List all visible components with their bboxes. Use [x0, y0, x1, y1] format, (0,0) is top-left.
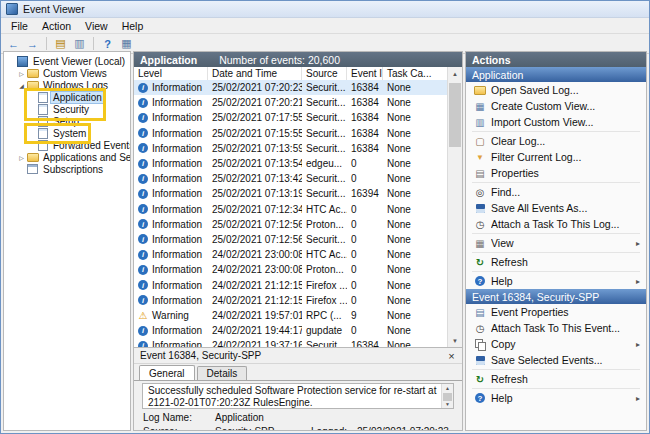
description-scrollbar[interactable]: ▲ ▼	[441, 384, 453, 408]
actions-section-header-event-16384-security-spp[interactable]: Event 16384, Security-SPP	[466, 289, 646, 304]
cell-task: None	[383, 112, 447, 123]
toolbar-show-console-tree-icon[interactable]: ▤	[52, 36, 69, 52]
column-header-task-ca[interactable]: Task Ca...	[383, 67, 447, 80]
action-import-custom-view[interactable]: Import Custom View...	[466, 114, 646, 130]
level-label: Information	[152, 128, 202, 139]
cell-datetime: 25/02/2021 07:13:54	[208, 158, 302, 169]
action-event-properties[interactable]: Event Properties	[466, 304, 646, 320]
action-save-selected-events[interactable]: Save Selected Events...	[466, 352, 646, 368]
action-properties[interactable]: Properties	[466, 165, 646, 181]
menu-item-file[interactable]: File	[4, 18, 35, 33]
tree-item-security[interactable]: Security	[4, 103, 130, 115]
action-attach-task-to-this-event[interactable]: Attach Task To This Event...	[466, 320, 646, 336]
column-header-level[interactable]: Level	[134, 67, 208, 80]
column-header-event-id[interactable]: Event ID	[347, 67, 383, 80]
help-icon	[474, 275, 486, 287]
menu-item-view[interactable]: View	[78, 18, 115, 33]
import-view-icon	[474, 116, 486, 128]
event-row[interactable]: iInformation24/02/2021 19:44:17gupdate0N…	[134, 323, 447, 338]
actions-section-header-application[interactable]: Application	[466, 67, 646, 82]
tree-item-application[interactable]: Application	[4, 91, 130, 103]
event-row[interactable]: ⚠Warning24/02/2021 19:57:01RPC (...9None	[134, 308, 447, 323]
menu-item-action[interactable]: Action	[35, 18, 78, 33]
event-row[interactable]: iInformation25/02/2021 07:12:56Proton...…	[134, 217, 447, 232]
column-header-date-and-time[interactable]: Date and Time	[208, 67, 302, 80]
toolbar-separator	[93, 37, 94, 50]
event-row[interactable]: iInformation25/02/2021 07:13:42Securit..…	[134, 171, 447, 186]
action-help[interactable]: Help▸	[466, 273, 646, 289]
event-row[interactable]: iInformation25/02/2021 07:12:56Securit..…	[134, 232, 447, 247]
action-view[interactable]: View▸	[466, 235, 646, 251]
expander-icon[interactable]: ▷	[17, 70, 26, 77]
content-area: Event Viewer (Local)▷Custom Views◢Window…	[1, 51, 649, 433]
event-row[interactable]: iInformation25/02/2021 07:13:54edgeu...0…	[134, 156, 447, 171]
menu-item-help[interactable]: Help	[115, 18, 151, 33]
toolbar-help-icon[interactable]: ?	[99, 36, 116, 52]
tree-item-event-viewer-local[interactable]: Event Viewer (Local)	[4, 55, 130, 67]
scrollbar-thumb[interactable]	[449, 83, 461, 147]
event-row[interactable]: iInformation25/02/2021 07:20:21Securit..…	[134, 95, 447, 110]
tab-details[interactable]: Details	[197, 366, 248, 380]
tree-item-windows-logs[interactable]: ◢Windows Logs	[4, 79, 130, 91]
title-bar[interactable]: Event Viewer	[1, 1, 649, 18]
cell-event-id: 0	[347, 325, 383, 336]
toolbar-forward-icon[interactable]: →	[24, 36, 41, 52]
tree-item-custom-views[interactable]: ▷Custom Views	[4, 67, 130, 79]
toolbar-show-action-pane-icon[interactable]: ▦	[118, 36, 135, 52]
cell-datetime: 24/02/2021 19:44:17	[208, 325, 302, 336]
tree-item-applications-and-services-lo[interactable]: ▷Applications and Services Lo	[4, 151, 130, 163]
action-refresh[interactable]: Refresh	[466, 371, 646, 387]
action-refresh[interactable]: Refresh	[466, 254, 646, 270]
event-row[interactable]: iInformation25/02/2021 07:15:55Securit..…	[134, 126, 447, 141]
event-row[interactable]: iInformation25/02/2021 07:12:34HTC Ac...…	[134, 202, 447, 217]
column-header-source[interactable]: Source	[302, 67, 347, 80]
tree-item-subscriptions[interactable]: Subscriptions	[4, 163, 130, 175]
toolbar-export-list-icon[interactable]: ▥	[71, 36, 88, 52]
event-row[interactable]: iInformation25/02/2021 07:13:59Securit..…	[134, 141, 447, 156]
vertical-scrollbar[interactable]: ▲ ▼	[447, 67, 462, 348]
scroll-down-icon[interactable]: ▼	[442, 400, 453, 408]
action-save-all-events-as[interactable]: Save All Events As...	[466, 200, 646, 216]
cell-level: iInformation	[134, 128, 208, 139]
action-find[interactable]: Find...	[466, 184, 646, 200]
action-open-saved-log[interactable]: Open Saved Log...	[466, 82, 646, 98]
action-clear-log[interactable]: Clear Log...	[466, 133, 646, 149]
cell-task: None	[383, 158, 447, 169]
cell-source: Securit...	[302, 97, 347, 108]
expander-icon[interactable]: ◢	[17, 82, 26, 89]
tree-item-system[interactable]: System	[4, 127, 130, 139]
log-icon	[36, 140, 49, 151]
event-row[interactable]: iInformation24/02/2021 21:12:15Firefox .…	[134, 293, 447, 308]
logged-label: Logged:	[311, 426, 357, 430]
toolbar-back-icon[interactable]: ←	[5, 36, 22, 52]
level-label: Information	[152, 143, 202, 154]
scroll-down-icon[interactable]: ▼	[448, 334, 462, 348]
level-label: Information	[152, 219, 202, 230]
close-icon[interactable]: ×	[444, 349, 459, 362]
expander-icon[interactable]: ▷	[17, 154, 26, 161]
event-row[interactable]: iInformation24/02/2021 21:12:15Firefox .…	[134, 277, 447, 292]
cell-level: iInformation	[134, 112, 208, 123]
cell-source: Securit...	[302, 112, 347, 123]
action-filter-current-log[interactable]: Filter Current Log...	[466, 149, 646, 165]
tab-general[interactable]: General	[139, 365, 195, 380]
action-help[interactable]: Help▸	[466, 390, 646, 406]
scrollbar-thumb[interactable]	[443, 393, 452, 401]
event-row[interactable]: iInformation25/02/2021 07:17:55Securit..…	[134, 110, 447, 125]
scroll-up-icon[interactable]: ▲	[442, 384, 453, 392]
event-description[interactable]: Successfully scheduled Software Protecti…	[142, 383, 454, 409]
event-row[interactable]: iInformation24/02/2021 23:00:08Proton...…	[134, 262, 447, 277]
scrollbar-track[interactable]	[448, 81, 462, 334]
action-create-custom-view[interactable]: Create Custom View...	[466, 98, 646, 114]
tree-item-setup[interactable]: Setup	[4, 115, 130, 127]
event-row[interactable]: iInformation25/02/2021 07:20:23Securit..…	[134, 80, 447, 95]
scroll-up-icon[interactable]: ▲	[448, 67, 462, 81]
separator	[472, 131, 640, 132]
tree-item-forwarded-events[interactable]: Forwarded Events	[4, 139, 130, 151]
action-attach-a-task-to-this-log[interactable]: Attach a Task To This Log...	[466, 216, 646, 232]
cell-event-id: 0	[347, 264, 383, 275]
find-icon	[474, 186, 486, 198]
action-copy[interactable]: Copy▸	[466, 336, 646, 352]
event-row[interactable]: iInformation24/02/2021 23:00:08HTC Ac...…	[134, 247, 447, 262]
event-row[interactable]: iInformation25/02/2021 07:13:19Securit..…	[134, 186, 447, 201]
